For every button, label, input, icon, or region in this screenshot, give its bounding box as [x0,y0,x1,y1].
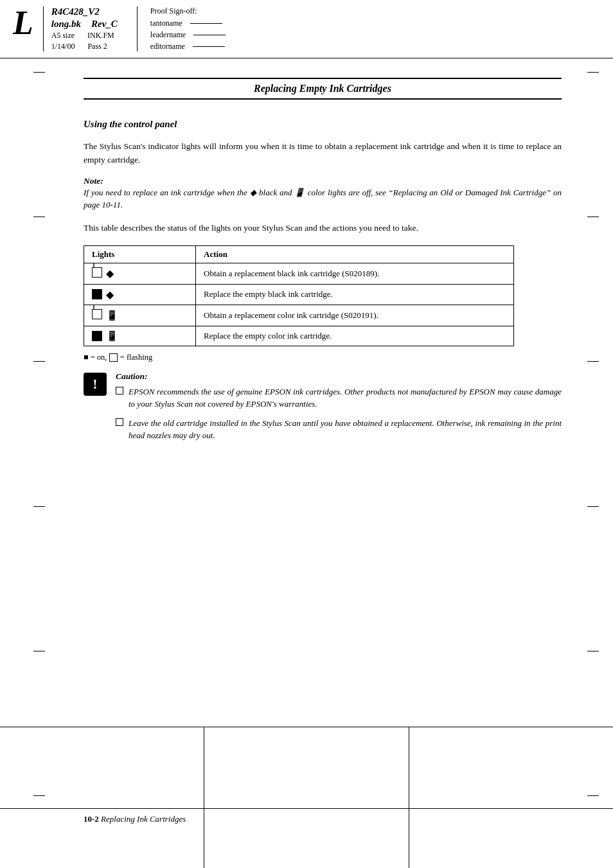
intro-paragraph: The Stylus Scan's indicator lights will … [84,140,562,167]
black-drop-icon: ◆ [106,267,114,279]
note-body: If you need to replace an ink cartridge … [84,186,562,211]
bottom-section [0,727,613,868]
note-block: Note: If you need to replace an ink cart… [84,176,562,211]
caution-title: Caution: [116,371,562,382]
light-square-solid-2 [92,331,102,341]
section-title: Replacing Empty Ink Cartridges [84,78,562,100]
action-cell-1: Obtain a replacement black ink cartridge… [196,263,514,284]
color-icon-2: 📱 [106,330,118,342]
header-module: INK.FM [87,31,114,40]
margin-mark [33,651,45,651]
header: L R4C428_V2 long.bk Rev_C A5 size INK.FM… [0,0,613,58]
caution-icon: ! [84,373,107,396]
header-date: 1/14/00 [51,42,75,51]
margin-mark [33,506,45,507]
bottom-col-3 [409,727,613,868]
table-row: 📱 Replace the empty color ink cartridge. [84,326,514,346]
proof-editorname: editorname [150,42,185,51]
table-intro: This table describes the status of the l… [84,222,562,235]
legend-solid: ■ = on, [84,353,109,362]
bottom-dividers [0,727,613,868]
table-row: ◆ Replace the empty black ink cartridge. [84,284,514,305]
exclamation-icon: ! [93,377,97,391]
proof-tantoname: tantoname [150,19,182,28]
light-square-flash [92,267,102,278]
caution-text-2: Leave the old cartridge installed in the… [129,417,562,442]
caution-item-1: EPSON recommends the use of genuine EPSO… [116,385,562,411]
caution-item-2: Leave the old cartridge installed in the… [116,417,562,442]
color-icon: 📱 [106,310,118,321]
action-cell-2: Replace the empty black ink cartridge. [196,284,514,305]
light-square-solid [92,289,102,299]
margin-mark [587,506,599,507]
lights-cell-2: ◆ [84,284,196,305]
bottom-col-1 [0,727,204,868]
proof-leadername: leadername [150,30,186,40]
proof-label: Proof Sign-off: [150,6,226,16]
lights-cell-3: ‖ 📱 [84,305,196,326]
table-header-lights: Lights [84,245,196,263]
black-drop-icon-2: ◆ [106,288,114,301]
header-proof: Proof Sign-off: tantoname leadername edi… [137,6,226,51]
header-rev: Rev_C [91,19,118,30]
page: L R4C428_V2 long.bk Rev_C A5 size INK.FM… [0,0,613,868]
caution-block: ! Caution: EPSON recommends the use of g… [84,371,562,448]
lights-table: Lights Action ‖ ◆ [84,245,514,346]
proof-line-2 [193,35,226,35]
lights-cell-4: 📱 [84,326,196,346]
caution-checkbox-1 [116,387,123,394]
caution-list: EPSON recommends the use of genuine EPSO… [116,385,562,442]
legend-text: ■ = on, = flashing [84,353,562,362]
caution-content: Caution: EPSON recommends the use of gen… [116,371,562,448]
flash-indicator: ‖ [93,263,95,268]
table-row: ‖ 📱 Obtain a replacement color ink cartr… [84,305,514,326]
caution-checkbox-2 [116,418,123,426]
flash-indicator-2: ‖ [93,305,95,310]
light-square-flash-2 [92,309,102,319]
table-row: ‖ ◆ Obtain a replacement black ink cartr… [84,263,514,284]
header-size: A5 size [51,31,75,40]
note-title: Note: [84,176,562,186]
action-cell-3: Obtain a replacement color ink cartridge… [196,305,514,326]
legend-flash-box [109,353,118,362]
lights-cell-1: ‖ ◆ [84,263,196,284]
proof-line-3 [193,46,225,47]
header-letter: L [13,6,33,51]
proof-line-1 [190,23,222,24]
subsection-title: Using the control panel [84,119,562,130]
margin-mark [587,651,599,651]
action-cell-4: Replace the empty color ink cartridge. [196,326,514,346]
table-header-action: Action [196,245,514,263]
header-file: R4C428_V2 [51,6,100,17]
bottom-col-2 [204,727,409,868]
legend-flash-label: = flashing [120,353,152,362]
main-content: Replacing Empty Ink Cartridges Using the… [0,58,613,468]
header-meta: R4C428_V2 long.bk Rev_C A5 size INK.FM 1… [43,6,118,51]
header-subfile: long.bk [51,19,81,30]
caution-text-1: EPSON recommends the use of genuine EPSO… [129,385,562,411]
header-pass: Pass 2 [87,42,107,51]
